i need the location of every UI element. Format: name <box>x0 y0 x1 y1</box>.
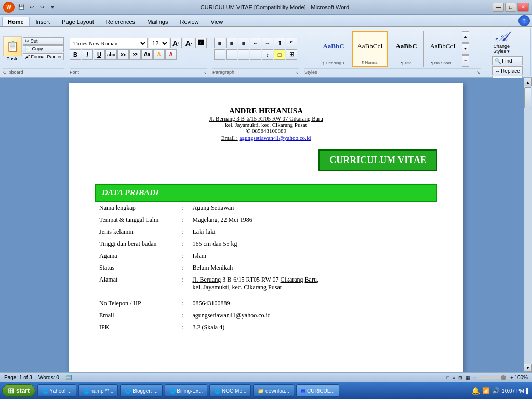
field-sep <box>178 294 189 298</box>
view-draft-button[interactable]: ▦ <box>466 375 470 380</box>
bullets-button[interactable]: ≡ <box>214 38 225 48</box>
center-button[interactable]: ≡ <box>226 49 237 60</box>
underline-button[interactable]: U <box>94 49 105 60</box>
tab-insert[interactable]: Insert <box>30 17 56 26</box>
zoom-slider[interactable] <box>477 376 509 379</box>
style-normal[interactable]: AaBbCcI ¶ Normal <box>352 31 388 67</box>
bold-button[interactable]: B <box>70 49 81 60</box>
taskbar-browser1[interactable]: 🌐 Yahoo! ... <box>37 384 76 397</box>
document-page[interactable]: ANDRE HEHANUSA Jl. Beruang 3 B-6/15 RT05… <box>69 83 463 372</box>
shading-button[interactable]: □ <box>274 49 285 60</box>
tab-mailings[interactable]: Mailings <box>141 17 174 26</box>
maximize-button[interactable]: □ <box>505 3 516 12</box>
borders-button[interactable]: ⊞ <box>286 49 297 60</box>
highlight-button[interactable]: A <box>153 49 165 60</box>
show-hide-button[interactable]: ¶ <box>286 38 297 48</box>
scroll-down-arrow[interactable]: ▼ <box>524 364 532 372</box>
show-desktop-icon[interactable]: 🔔 <box>471 387 480 395</box>
format-painter-button[interactable]: 🖌 Format Painter <box>23 53 64 60</box>
cut-button[interactable]: ✂ Cut <box>23 37 64 45</box>
tab-view[interactable]: View <box>205 17 229 26</box>
view-web-button[interactable]: ⊞ <box>458 375 462 380</box>
sort-button[interactable]: ⬆ <box>274 38 285 48</box>
view-print-button[interactable]: □ <box>446 375 449 380</box>
decrease-indent-button[interactable]: ← <box>250 38 261 48</box>
volume-icon[interactable]: 🔊 <box>492 387 500 395</box>
table-row: Status : Belum Menikah <box>95 262 437 274</box>
align-right-button[interactable]: ≡ <box>238 49 249 60</box>
document-container: ANDRE HEHANUSA Jl. Beruang 3 B-6/15 RT05… <box>0 78 532 372</box>
styles-up-arrow[interactable]: ▲ <box>462 31 469 43</box>
increase-font-button[interactable]: A+ <box>170 38 182 48</box>
find-button[interactable]: 🔍 Find <box>492 56 523 65</box>
close-button[interactable]: ✕ <box>517 3 529 12</box>
font-expand[interactable]: ↘ <box>203 70 207 75</box>
cv-title-box: CURRICULUM VITAE <box>318 149 437 171</box>
style-heading1[interactable]: AaBbC ¶ Heading 1 <box>316 31 351 67</box>
table-row: Email : agungsetiawan41@yahoo.co.id <box>95 310 437 322</box>
field-value: agungsetiawan41@yahoo.co.id <box>189 310 437 322</box>
field-sep: : <box>178 226 189 238</box>
justify-button[interactable]: ≡ <box>250 49 261 60</box>
save-button[interactable]: 💾 <box>17 3 26 12</box>
paste-button[interactable]: 📋 Paste <box>3 36 22 61</box>
redo-button[interactable]: ↪ <box>37 3 47 12</box>
customize-button[interactable]: ▼ <box>48 3 57 12</box>
styles-expand-arrow[interactable]: ≡ <box>462 55 469 66</box>
zoom-in-button[interactable]: + <box>510 375 513 380</box>
window-controls: — □ ✕ <box>493 3 529 12</box>
taskbar-blogger[interactable]: 🌐 Blogger: ... <box>120 384 162 397</box>
subscript-button[interactable]: X₂ <box>117 49 129 60</box>
scroll-thumb[interactable] <box>524 87 531 108</box>
show-desktop-btn[interactable]: ▌ <box>526 388 530 394</box>
change-styles-button[interactable]: 𝒜 ChangeStyles ▾ <box>492 29 511 55</box>
numbering-button[interactable]: ≡ <box>226 38 237 48</box>
tab-page-layout[interactable]: Page Layout <box>56 17 100 26</box>
replace-button[interactable]: ↔ Replace <box>492 66 523 75</box>
line-spacing-button[interactable]: ↕ <box>262 49 273 60</box>
multilevel-button[interactable]: ≡ <box>238 38 249 48</box>
strikethrough-button[interactable]: abc <box>105 49 117 60</box>
case-button[interactable]: Aa <box>141 49 153 60</box>
align-left-button[interactable]: ≡ <box>214 49 225 60</box>
copy-button[interactable]: 📄 Copy <box>23 45 64 52</box>
table-row: IPK : 3.2 (Skala 4) <box>95 322 437 334</box>
zoom-out-button[interactable]: − <box>473 375 476 380</box>
field-label: Nama lengkap <box>95 202 178 215</box>
style-no-spacing[interactable]: AaBbCcI ¶ No Spaci... <box>425 31 460 67</box>
address-line1: Jl. Beruang 3 B-6/15 RT05 RW 07 Cikarang… <box>95 115 437 122</box>
increase-indent-button[interactable]: → <box>262 38 273 48</box>
taskbar-noc[interactable]: 🌐 NOC Me... <box>209 384 251 397</box>
styles-expand[interactable]: ↘ <box>477 70 481 75</box>
superscript-button[interactable]: X² <box>129 49 141 60</box>
taskbar-billing[interactable]: 🌐 Billing-Ex... <box>165 384 208 397</box>
blogger-icon: 🌐 <box>125 388 131 394</box>
field-label: Jenis kelamin <box>95 226 178 238</box>
help-button[interactable]: ? <box>518 15 530 26</box>
italic-button[interactable]: I <box>82 49 93 60</box>
scroll-up-arrow[interactable]: ▲ <box>524 78 532 86</box>
network-icon[interactable]: 📶 <box>482 387 490 395</box>
tab-home[interactable]: Home <box>2 17 30 26</box>
undo-button[interactable]: ↩ <box>27 3 36 12</box>
taskbar-downloads[interactable]: 📁 downloa... <box>253 384 294 397</box>
tab-references[interactable]: References <box>100 17 141 26</box>
style-title[interactable]: AaBbC ¶ Title <box>389 31 424 67</box>
start-button[interactable]: ⊞ start <box>2 384 35 397</box>
styles-down-arrow[interactable]: ▼ <box>462 43 469 55</box>
tab-review[interactable]: Review <box>174 17 204 26</box>
font-size-select[interactable]: 12 <box>149 38 169 48</box>
view-reading-button[interactable]: ≡ <box>453 375 455 380</box>
font-family-select[interactable]: Times New Roman <box>70 38 148 48</box>
table-row: Tinggi dan berat badan : 165 cm dan 55 k… <box>95 238 437 250</box>
taskbar-browser2[interactable]: 🌐 namp **... <box>78 384 118 397</box>
minimize-button[interactable]: — <box>493 3 504 12</box>
taskbar-word[interactable]: W CURICUL... <box>296 384 339 397</box>
styles-scroll-arrows: ▲ ▼ ≡ <box>462 31 469 66</box>
font-color-button[interactable]: A <box>165 49 177 60</box>
decrease-font-button[interactable]: A- <box>183 38 194 48</box>
clear-format-button[interactable]: 🅰 <box>195 38 207 48</box>
style-normal-label: ¶ Normal <box>362 60 378 65</box>
paragraph-expand[interactable]: ↘ <box>295 70 299 75</box>
email-address: Email : agungsetiawan41@yahoo.co.id <box>95 135 437 141</box>
